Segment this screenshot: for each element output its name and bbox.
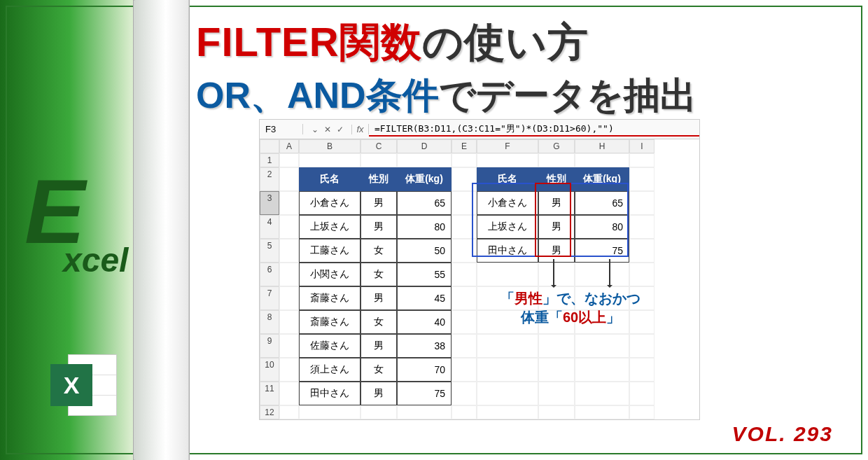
- cell[interactable]: [279, 191, 299, 215]
- cell[interactable]: [629, 334, 654, 358]
- cell[interactable]: [279, 167, 299, 191]
- src-weight[interactable]: 45: [397, 286, 451, 310]
- col-c[interactable]: C: [360, 139, 397, 153]
- cell[interactable]: [629, 358, 654, 382]
- res-name[interactable]: 田中さん: [477, 239, 538, 263]
- cell[interactable]: [629, 263, 654, 286]
- cell[interactable]: [451, 382, 477, 405]
- src-gender[interactable]: 男: [360, 191, 397, 215]
- cell[interactable]: [360, 405, 397, 419]
- res-weight[interactable]: 80: [575, 215, 629, 239]
- col-e[interactable]: E: [451, 139, 477, 153]
- cell[interactable]: [279, 286, 299, 310]
- th-gender[interactable]: 性別: [360, 167, 397, 191]
- th-name-r[interactable]: 氏名: [477, 167, 538, 191]
- src-weight[interactable]: 50: [397, 239, 451, 263]
- row-6[interactable]: 6: [260, 263, 279, 286]
- cell[interactable]: [575, 153, 629, 167]
- th-weight-r[interactable]: 体重(kg): [575, 167, 629, 191]
- res-gender[interactable]: 男: [538, 191, 575, 215]
- row-10[interactable]: 10: [260, 358, 279, 382]
- col-f[interactable]: F: [477, 139, 538, 153]
- src-weight[interactable]: 65: [397, 191, 451, 215]
- cell[interactable]: [477, 358, 538, 382]
- enter-icon[interactable]: ✓: [337, 125, 344, 134]
- col-d[interactable]: D: [397, 139, 451, 153]
- cell[interactable]: [629, 153, 654, 167]
- res-weight[interactable]: 65: [575, 191, 629, 215]
- cell[interactable]: [477, 382, 538, 405]
- th-weight[interactable]: 体重(kg): [397, 167, 451, 191]
- cell-grid[interactable]: A B C D E F G H I 1 2 氏名 性別 体重(kg) 氏名 性別…: [260, 139, 699, 419]
- cell[interactable]: [629, 167, 654, 191]
- cell[interactable]: [360, 153, 397, 167]
- src-gender[interactable]: 女: [360, 358, 397, 382]
- th-name[interactable]: 氏名: [299, 167, 360, 191]
- row-11[interactable]: 11: [260, 382, 279, 405]
- cell[interactable]: [538, 334, 575, 358]
- src-weight[interactable]: 55: [397, 263, 451, 286]
- cell[interactable]: [397, 153, 451, 167]
- cell[interactable]: [451, 358, 477, 382]
- src-name[interactable]: 斎藤さん: [299, 286, 360, 310]
- cell[interactable]: [299, 153, 360, 167]
- row-8[interactable]: 8: [260, 310, 279, 334]
- cell[interactable]: [538, 405, 575, 419]
- res-name[interactable]: 上坂さん: [477, 215, 538, 239]
- res-weight[interactable]: 75: [575, 239, 629, 263]
- cell[interactable]: [575, 263, 629, 286]
- src-name[interactable]: 須上さん: [299, 358, 360, 382]
- src-name[interactable]: 田中さん: [299, 382, 360, 405]
- res-gender[interactable]: 男: [538, 215, 575, 239]
- row-1[interactable]: 1: [260, 153, 279, 167]
- src-gender[interactable]: 女: [360, 263, 397, 286]
- src-name[interactable]: 斎藤さん: [299, 310, 360, 334]
- src-gender[interactable]: 男: [360, 334, 397, 358]
- col-b[interactable]: B: [299, 139, 360, 153]
- src-name[interactable]: 上坂さん: [299, 215, 360, 239]
- cell[interactable]: [451, 153, 477, 167]
- src-weight[interactable]: 70: [397, 358, 451, 382]
- cell[interactable]: [477, 263, 538, 286]
- cell[interactable]: [451, 334, 477, 358]
- res-name[interactable]: 小倉さん: [477, 191, 538, 215]
- cell[interactable]: [629, 215, 654, 239]
- fx-icon[interactable]: fx: [352, 124, 369, 134]
- cell[interactable]: [575, 405, 629, 419]
- cell[interactable]: [451, 405, 477, 419]
- cell[interactable]: [451, 286, 477, 310]
- src-name[interactable]: 小倉さん: [299, 191, 360, 215]
- row-12[interactable]: 12: [260, 405, 279, 419]
- src-gender[interactable]: 男: [360, 382, 397, 405]
- cell[interactable]: [279, 239, 299, 263]
- cell[interactable]: [397, 405, 451, 419]
- select-all-corner[interactable]: [260, 139, 279, 153]
- cell[interactable]: [279, 382, 299, 405]
- cell[interactable]: [575, 334, 629, 358]
- row-5[interactable]: 5: [260, 239, 279, 263]
- col-a[interactable]: A: [279, 139, 299, 153]
- cell[interactable]: [451, 263, 477, 286]
- cell[interactable]: [451, 239, 477, 263]
- cell[interactable]: [279, 310, 299, 334]
- cell[interactable]: [451, 167, 477, 191]
- row-2[interactable]: 2: [260, 167, 279, 191]
- cell[interactable]: [575, 358, 629, 382]
- src-gender[interactable]: 女: [360, 310, 397, 334]
- col-h[interactable]: H: [575, 139, 629, 153]
- cell[interactable]: [451, 310, 477, 334]
- cell[interactable]: [279, 334, 299, 358]
- src-weight[interactable]: 38: [397, 334, 451, 358]
- src-gender[interactable]: 男: [360, 286, 397, 310]
- cell[interactable]: [477, 405, 538, 419]
- row-4[interactable]: 4: [260, 215, 279, 239]
- cell[interactable]: [299, 405, 360, 419]
- dropdown-icon[interactable]: ⌄: [312, 125, 318, 134]
- cancel-icon[interactable]: ✕: [324, 125, 331, 134]
- src-weight[interactable]: 75: [397, 382, 451, 405]
- cell[interactable]: [451, 191, 477, 215]
- col-i[interactable]: I: [629, 139, 654, 153]
- cell[interactable]: [279, 405, 299, 419]
- row-3[interactable]: 3: [260, 191, 279, 215]
- cell[interactable]: [477, 153, 538, 167]
